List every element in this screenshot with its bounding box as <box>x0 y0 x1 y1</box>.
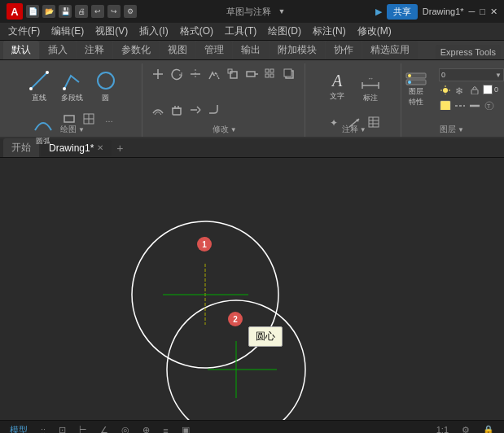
status-model[interactable]: 模型 <box>7 424 31 433</box>
status-ortho[interactable]: ⊢ <box>76 425 90 433</box>
settings-icon[interactable]: ⚙ <box>124 5 137 18</box>
layer-properties-button[interactable]: 图层特性 <box>400 67 432 109</box>
layer-controls: 0 ▼ ❄ 0 <box>439 68 504 112</box>
draw-circle-button[interactable]: 圆 <box>90 65 122 107</box>
menu-insert[interactable]: 插入(I) <box>134 23 173 40</box>
ribbon-group-modify: 修改 ▼ <box>144 63 306 137</box>
tab-addons[interactable]: 附加模块 <box>270 41 325 59</box>
share-button[interactable]: 共享 <box>387 4 418 20</box>
draw-more-button[interactable]: … <box>99 110 117 128</box>
menu-view[interactable]: 视图(V) <box>90 23 133 40</box>
tab-collab[interactable]: 协作 <box>326 41 362 59</box>
svg-rect-58 <box>0 158 504 420</box>
transparency-icon: T <box>484 100 495 110</box>
status-annotation[interactable]: 1:1 <box>433 425 452 433</box>
tab-manage[interactable]: 管理 <box>196 41 232 59</box>
layers-dropdown-icon[interactable]: ▼ <box>458 126 464 133</box>
modify-offset-button[interactable] <box>149 101 167 119</box>
layer-lock-button[interactable] <box>468 83 481 96</box>
draw-arc-button[interactable]: 圆弧 <box>27 108 59 151</box>
status-transparency[interactable]: ▣ <box>178 425 193 433</box>
modify-move-button[interactable] <box>149 65 167 83</box>
copy-icon <box>283 68 296 81</box>
menu-bar: 文件(F) 编辑(E) 视图(V) 插入(I) 格式(O) 工具(T) 绘图(D… <box>0 23 504 41</box>
status-workspace[interactable]: ⚙ <box>458 425 473 433</box>
status-grid[interactable]: :: <box>37 426 49 434</box>
modify-array-button[interactable] <box>261 65 279 83</box>
status-right: 1:1 ⚙ 🔒 <box>433 425 497 433</box>
layer-freeze-button[interactable]: ❄ <box>454 83 467 96</box>
draw-line-button[interactable]: 直线 <box>23 65 55 107</box>
layer-color-btn[interactable] <box>439 98 452 112</box>
window-maximize-icon[interactable]: □ <box>480 7 485 16</box>
menu-tools[interactable]: 工具(T) <box>220 23 261 40</box>
redo-icon[interactable]: ↪ <box>107 5 121 18</box>
menu-modify[interactable]: 修改(M) <box>353 23 397 40</box>
tab-express-tools[interactable]: Express Tools <box>436 45 501 59</box>
ribbon-group-draw: 直线 多段线 圆 圆弧 <box>3 63 142 137</box>
undo-icon[interactable]: ↩ <box>91 5 104 18</box>
layer-transparency-btn[interactable]: T <box>483 98 496 112</box>
menu-dim[interactable]: 标注(N) <box>308 23 351 40</box>
layer-sun-button[interactable] <box>439 83 452 96</box>
layer-lineweight-btn[interactable] <box>468 98 481 112</box>
window-minimize-icon[interactable]: ─ <box>469 7 476 16</box>
svg-rect-21 <box>284 69 291 77</box>
sun-icon <box>440 85 451 94</box>
open-icon[interactable]: 📂 <box>42 5 55 18</box>
menu-format[interactable]: 格式(O) <box>175 23 218 40</box>
point1-marker: 1 <box>197 237 212 251</box>
layer-lineweight: 0 <box>494 85 498 94</box>
modify-mirror-button[interactable] <box>205 65 223 83</box>
modify-stretch-button[interactable] <box>243 65 261 83</box>
menu-file[interactable]: 文件(F) <box>3 23 45 40</box>
layer-color-swatch[interactable] <box>483 85 493 94</box>
modify-erase-button[interactable] <box>168 101 186 119</box>
layer-stack-icon <box>405 68 427 85</box>
tab-featured[interactable]: 精选应用 <box>362 41 418 59</box>
tab-insert[interactable]: 插入 <box>40 41 76 59</box>
center-label: 草图与注释 <box>226 6 271 18</box>
dropdown-arrow-icon[interactable]: ▼ <box>278 7 285 15</box>
menu-draw[interactable]: 绘图(D) <box>263 23 306 40</box>
menu-edit[interactable]: 编辑(E) <box>46 23 89 40</box>
draw-dropdown-icon[interactable]: ▼ <box>78 126 85 133</box>
modify-group-label: 修改 ▼ <box>213 124 237 135</box>
status-polar[interactable]: ∠ <box>97 425 112 433</box>
status-otrack[interactable]: ⊕ <box>139 425 153 433</box>
layer-linetype-btn[interactable] <box>454 98 467 112</box>
layer-dropdown[interactable]: 0 ▼ <box>439 68 504 81</box>
modify-scale-button[interactable] <box>224 65 242 83</box>
annotate-dim-button[interactable]: ↔ 标注 <box>354 65 387 107</box>
modify-fillet-button[interactable] <box>205 101 223 119</box>
tab-parametric[interactable]: 参数化 <box>113 41 159 59</box>
new-icon[interactable]: 📄 <box>26 5 39 18</box>
svg-point-43 <box>408 74 411 77</box>
layer-dropdown-arrow-icon: ▼ <box>495 72 502 79</box>
modify-rotate-button[interactable] <box>168 65 186 83</box>
title-bar-icons: 📄 📂 💾 🖨 ↩ ↪ ⚙ <box>26 5 137 18</box>
modify-extend-button[interactable] <box>186 101 204 119</box>
print-icon[interactable]: 🖨 <box>75 5 88 18</box>
canvas-area[interactable]: [-][俯视][二维线框] 1 2 圆心 <box>0 158 504 420</box>
status-osnap[interactable]: ◎ <box>118 425 133 433</box>
tab-output[interactable]: 输出 <box>233 41 269 59</box>
status-lweight[interactable]: ≡ <box>160 426 171 434</box>
annotate-text-button[interactable]: A 文字 <box>321 65 353 107</box>
tab-default[interactable]: 默认 <box>3 41 39 59</box>
svg-line-28 <box>197 110 200 113</box>
svg-text:T: T <box>487 103 491 109</box>
modify-trim-button[interactable] <box>186 65 204 83</box>
modify-dropdown-icon[interactable]: ▼ <box>230 126 237 133</box>
modify-copy-button[interactable] <box>280 65 298 83</box>
window-close-icon[interactable]: ✕ <box>490 7 497 17</box>
tab-view[interactable]: 视图 <box>160 41 195 59</box>
save-icon[interactable]: 💾 <box>59 5 72 18</box>
status-snap[interactable]: ⊡ <box>55 425 69 433</box>
annotation-dropdown-icon[interactable]: ▼ <box>360 126 366 133</box>
annotate-table-button[interactable] <box>365 113 383 131</box>
status-lock[interactable]: 🔒 <box>480 425 497 433</box>
annotate-star-button[interactable]: ✦ <box>326 113 344 131</box>
draw-polyline-button[interactable]: 多段线 <box>56 65 89 107</box>
tab-annotation[interactable]: 注释 <box>77 41 112 59</box>
